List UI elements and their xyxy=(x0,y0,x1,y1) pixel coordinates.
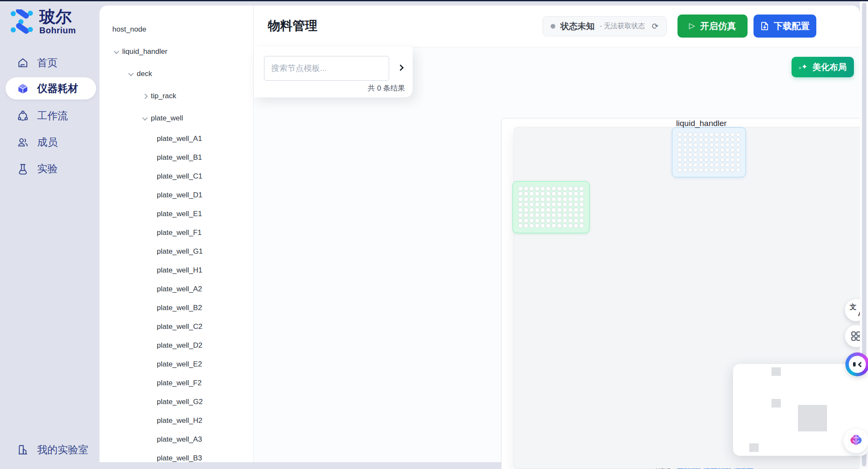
tree-item-plate_well_E1[interactable]: plate_well_E1 xyxy=(100,205,253,223)
well xyxy=(715,152,719,157)
sidebar-item-label: 仪器耗材 xyxy=(37,82,78,95)
group-node-title: liquid_handler xyxy=(676,119,727,128)
node-template-search-panel: 共 0 条结果 xyxy=(254,47,413,97)
well xyxy=(683,132,687,137)
well xyxy=(725,158,730,162)
well xyxy=(730,148,735,152)
well xyxy=(736,132,740,137)
canvas-minimap[interactable] xyxy=(733,364,868,456)
tree-item-plate_well_C1[interactable]: plate_well_C1 xyxy=(100,167,253,186)
tree-item-plate_well_B3[interactable]: plate_well_B3 xyxy=(100,449,253,462)
search-input[interactable] xyxy=(264,56,389,81)
well xyxy=(557,208,562,212)
beautify-layout-button[interactable]: ✦✧ 美化布局 xyxy=(792,57,854,77)
tree-item-label: host_node xyxy=(112,25,146,34)
chevron-down-icon[interactable] xyxy=(128,70,134,76)
well xyxy=(546,202,551,207)
well xyxy=(524,191,528,196)
well xyxy=(710,148,714,152)
sidebar-item-experiments[interactable]: 实验 xyxy=(6,158,96,180)
tree-item-plate_well_H2[interactable]: plate_well_H2 xyxy=(100,411,253,430)
search-submit-chevron-icon[interactable] xyxy=(396,64,406,73)
sidebar-item-my-lab[interactable]: 我的实验室 xyxy=(6,439,96,461)
well xyxy=(551,213,556,217)
tree-item-liquid_handler[interactable]: liquid_handler xyxy=(100,41,253,63)
tree-item-host_node[interactable]: host_node xyxy=(100,18,253,41)
well xyxy=(683,138,687,142)
sidebar-item-home[interactable]: 首页 xyxy=(6,52,96,74)
well xyxy=(715,143,719,147)
tree-item-plate_well_G2[interactable]: plate_well_G2 xyxy=(100,393,253,411)
well xyxy=(524,186,528,191)
well xyxy=(715,168,719,172)
well xyxy=(540,191,545,196)
well xyxy=(579,223,584,228)
tree-item-plate_well_G1[interactable]: plate_well_G1 xyxy=(100,242,253,261)
start-simulation-button[interactable]: ▷ 开启仿真 xyxy=(677,15,748,38)
well xyxy=(720,158,724,162)
ai-brain-button[interactable] xyxy=(844,428,868,453)
well xyxy=(715,148,719,152)
well xyxy=(529,208,534,212)
well xyxy=(524,202,528,207)
tree-item-plate_well[interactable]: plate_well xyxy=(100,107,253,129)
status-label: 状态未知 xyxy=(560,21,595,32)
well xyxy=(551,208,556,212)
well xyxy=(579,202,584,207)
well xyxy=(693,143,698,147)
tree-item-plate_well_B1[interactable]: plate_well_B1 xyxy=(100,148,253,167)
tree-item-deck[interactable]: deck xyxy=(100,63,253,85)
experiment-icon xyxy=(17,163,29,175)
minimap-node-rect xyxy=(749,443,759,452)
beautify-button-label: 美化布局 xyxy=(812,62,847,73)
well xyxy=(693,152,698,157)
assistant-robot-button[interactable] xyxy=(845,352,868,376)
well xyxy=(524,197,528,202)
well xyxy=(688,163,692,167)
tree-item-plate_well_E2[interactable]: plate_well_E2 xyxy=(100,355,253,374)
tree-item-plate_well_F2[interactable]: plate_well_F2 xyxy=(100,374,253,393)
well xyxy=(693,163,698,167)
tree-item-plate_well_A2[interactable]: plate_well_A2 xyxy=(100,280,253,299)
well xyxy=(736,148,740,152)
download-config-button[interactable]: 下载配置 xyxy=(754,15,816,38)
tree-item-label: plate_well_G1 xyxy=(157,247,203,256)
tree-item-plate_well_D1[interactable]: plate_well_D1 xyxy=(100,186,253,205)
tree-item-plate_well_C2[interactable]: plate_well_C2 xyxy=(100,317,253,336)
well xyxy=(557,223,562,228)
tree-item-plate_well_D2[interactable]: plate_well_D2 xyxy=(100,336,253,355)
well xyxy=(704,148,708,152)
well xyxy=(563,197,567,202)
sidebar-item-members[interactable]: 成员 xyxy=(6,131,96,153)
well xyxy=(551,202,556,207)
chevron-right-icon[interactable] xyxy=(142,94,148,99)
simulate-button-label: 开启仿真 xyxy=(700,20,736,32)
chevron-down-icon[interactable] xyxy=(114,48,119,54)
well xyxy=(736,138,740,142)
brand-logo[interactable]: 玻尔 Bohrium xyxy=(9,9,76,35)
chevron-down-icon[interactable] xyxy=(142,115,148,120)
tree-item-plate_well_A1[interactable]: plate_well_A1 xyxy=(100,129,253,148)
well xyxy=(688,143,692,147)
node-tree: host_nodeliquid_handlerdecktip_rackplate… xyxy=(100,6,254,462)
well xyxy=(699,143,703,147)
well xyxy=(579,191,584,196)
plate-well-node[interactable] xyxy=(513,181,589,233)
tree-item-plate_well_H1[interactable]: plate_well_H1 xyxy=(100,261,253,280)
well xyxy=(720,163,724,167)
well xyxy=(524,223,528,228)
status-badge: 状态未知 - 无法获取状态 ⟳ xyxy=(542,16,667,36)
tree-item-tip_rack[interactable]: tip_rack xyxy=(100,85,253,107)
well xyxy=(579,213,584,217)
tip-rack-plate-node[interactable] xyxy=(672,127,746,177)
tree-item-plate_well_A3[interactable]: plate_well_A3 xyxy=(100,430,253,449)
well xyxy=(568,218,573,223)
refresh-icon[interactable]: ⟳ xyxy=(652,21,659,31)
well xyxy=(546,186,551,191)
tree-item-plate_well_F1[interactable]: plate_well_F1 xyxy=(100,223,253,242)
sidebar-item-instruments[interactable]: 仪器耗材 xyxy=(6,77,96,100)
well xyxy=(518,213,523,217)
sidebar-item-workflow[interactable]: 工作流 xyxy=(6,105,96,127)
well xyxy=(688,138,692,142)
tree-item-plate_well_B2[interactable]: plate_well_B2 xyxy=(100,299,253,317)
